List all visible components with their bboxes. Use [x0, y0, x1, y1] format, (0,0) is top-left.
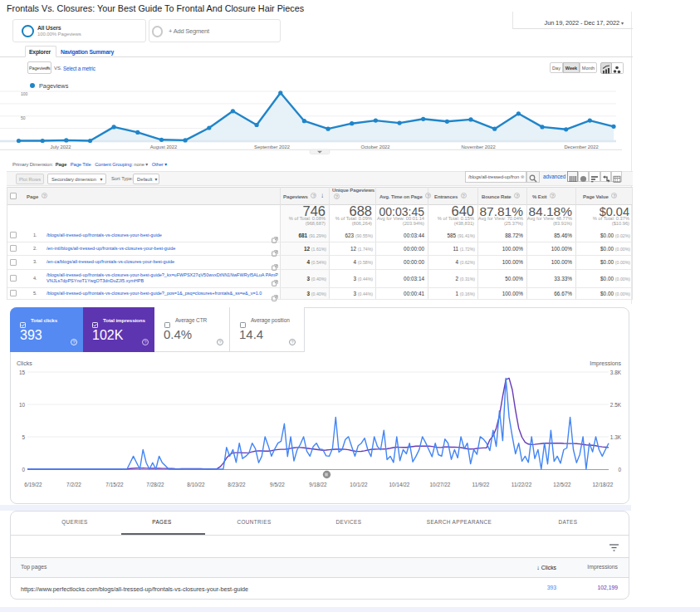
svg-text:August 2022: August 2022 [150, 144, 178, 149]
svg-text:November 2022: November 2022 [461, 144, 495, 149]
svg-text:December 2022: December 2022 [564, 144, 598, 149]
svg-text:8/10/22: 8/10/22 [187, 482, 205, 487]
svg-text:11/9/22: 11/9/22 [472, 482, 490, 487]
svg-text:9/5/22: 9/5/22 [270, 482, 285, 487]
svg-text:10/1/22: 10/1/22 [350, 482, 368, 487]
svg-text:10/14/22: 10/14/22 [389, 482, 410, 487]
svg-text:5: 5 [22, 434, 25, 440]
svg-text:Impressions: Impressions [590, 360, 621, 367]
svg-text:6/19/22: 6/19/22 [24, 482, 42, 487]
svg-text:7/2/22: 7/2/22 [66, 482, 81, 487]
svg-text:0: 0 [618, 467, 621, 472]
svg-text:10: 10 [19, 402, 26, 408]
svg-text:50: 50 [21, 115, 26, 120]
svg-text:7/15/22: 7/15/22 [105, 482, 124, 487]
svg-text:2.5K: 2.5K [610, 402, 622, 408]
svg-text:July 2022: July 2022 [51, 144, 71, 149]
svg-text:0: 0 [22, 467, 25, 472]
svg-text:15: 15 [19, 370, 26, 375]
svg-text:October 2022: October 2022 [360, 144, 389, 149]
svg-text:10/27/22: 10/27/22 [430, 482, 451, 487]
svg-text:12/5/22: 12/5/22 [553, 482, 571, 487]
svg-text:3.8K: 3.8K [610, 370, 622, 375]
svg-text:12/18/22: 12/18/22 [593, 482, 614, 487]
svg-text:September 2022: September 2022 [254, 144, 290, 149]
svg-text:9/18/22: 9/18/22 [309, 482, 327, 487]
svg-text:Clicks: Clicks [17, 360, 32, 366]
svg-text:7/28/22: 7/28/22 [146, 482, 164, 487]
svg-text:11/22/22: 11/22/22 [512, 482, 532, 487]
svg-text:100: 100 [21, 91, 28, 96]
svg-text:8/23/22: 8/23/22 [228, 482, 246, 487]
svg-text:1.3K: 1.3K [610, 434, 622, 440]
